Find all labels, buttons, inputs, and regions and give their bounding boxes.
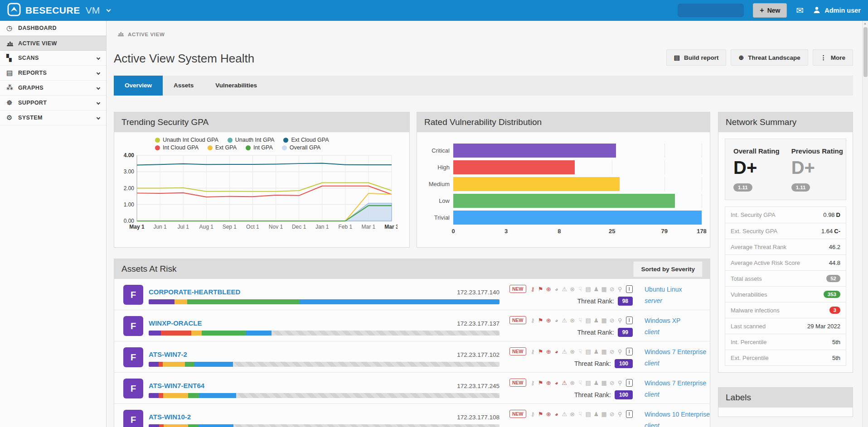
build-report-button[interactable]: ▤Build report <box>666 49 727 66</box>
asset-type-link[interactable]: client <box>645 391 706 398</box>
thumbs-down-icon: ☟ <box>577 379 584 386</box>
vuln-bar[interactable] <box>453 211 702 225</box>
bomb-icon: ◕ <box>553 286 560 293</box>
summary-grade: C- <box>834 228 840 235</box>
asset-name-link[interactable]: WINXP-ORACLE <box>149 319 202 327</box>
svg-text:Jun 1: Jun 1 <box>153 224 167 230</box>
severity-segment-green <box>188 393 199 398</box>
vuln-bar[interactable] <box>453 160 575 174</box>
warning-icon: ⚠ <box>562 286 568 293</box>
asset-main: CORPORATE-HEARTBLEED172.23.177.140 <box>149 285 499 304</box>
severity-segment-red <box>159 424 163 427</box>
severity-segment-yellow <box>191 331 201 336</box>
asset-row: FCORPORATE-HEARTBLEED172.23.177.140NEW⚷⚑… <box>114 279 710 310</box>
severity-segment-gray <box>236 393 499 398</box>
scrollbar-thumb[interactable] <box>863 27 868 77</box>
asset-ip: 172.23.177.102 <box>457 351 499 358</box>
asset-os-link[interactable]: Ubuntu Linux <box>645 286 682 293</box>
sidebar-item-dashboard[interactable]: ◷DASHBOARD <box>0 21 106 36</box>
user-icon: ♟ <box>593 379 600 386</box>
new-badge: NEW <box>509 285 526 293</box>
asset-name-link[interactable]: CORPORATE-HEARTBLEED <box>149 288 240 296</box>
vuln-category-label: Medium <box>422 181 450 187</box>
asset-type-link[interactable]: client <box>645 360 706 367</box>
info-box-icon[interactable]: I <box>626 379 633 387</box>
threat-rank-label: Threat Rank: <box>574 391 611 398</box>
bomb-icon: ◕ <box>553 411 560 417</box>
asset-grade-badge: F <box>123 379 143 398</box>
overall-rating-grade: D+ <box>733 158 780 178</box>
pin-icon: ⚲ <box>617 317 623 324</box>
warning-icon: ⚠ <box>562 317 568 324</box>
asset-status-icons: NEW⚷⚑⊕◕⚠⊗☟▤♟▦⊘⚲IThreat Rank:99 <box>509 316 633 336</box>
asset-type-link[interactable]: client <box>645 328 680 336</box>
user-menu[interactable]: Admin user <box>813 6 861 15</box>
gridline <box>702 144 702 158</box>
more-button[interactable]: ⋮More <box>813 49 853 66</box>
pin-icon: ⚲ <box>617 286 623 293</box>
svg-text:4.00: 4.00 <box>124 152 135 158</box>
summary-value: 44.8 <box>829 259 840 266</box>
asset-name-link[interactable]: ATS-WIN7-2 <box>149 350 187 358</box>
asset-status-icons: NEW⚷⚑⊕◕⚠⊗☟▤♟▦⊘⚲IThreat Rank:98 <box>509 285 633 304</box>
asset-os-link[interactable]: Windows 10 Enterprise <box>645 411 710 418</box>
tab-vulnerabilities[interactable]: Vulnerabilities <box>204 76 268 96</box>
new-button[interactable]: + New <box>753 3 787 18</box>
asset-type-link[interactable]: client <box>645 422 710 427</box>
asset-os-link[interactable]: Windows 7 Enterprise <box>645 379 706 387</box>
eye-off-icon: ⊘ <box>609 379 616 386</box>
threat-rank-badge: 100 <box>615 390 633 399</box>
warning-icon: ⚠ <box>562 348 568 355</box>
sidebar-item-system[interactable]: ⚙SYSTEM <box>0 110 106 125</box>
chevron-down-icon <box>97 101 100 105</box>
circle-x-icon: ⊗ <box>569 317 576 324</box>
mail-icon[interactable]: ✉ <box>796 5 804 16</box>
asset-ip: 172.23.177.140 <box>457 289 499 296</box>
target-icon: ⊕ <box>546 379 552 386</box>
sidebar-item-support[interactable]: ☸SUPPORT <box>0 96 106 110</box>
severity-segment-blue <box>300 299 499 304</box>
sidebar-item-active-view[interactable]: ACTIVE VIEW <box>0 36 106 51</box>
tab-assets[interactable]: Assets <box>163 76 204 96</box>
vuln-bar[interactable] <box>453 194 675 208</box>
sidebar-item-reports[interactable]: ▤REPORTS <box>0 66 106 81</box>
info-box-icon[interactable]: I <box>626 410 633 418</box>
info-box-icon[interactable]: I <box>626 285 633 293</box>
summary-label: Total assets <box>731 275 762 282</box>
asset-status-icons: NEW⚷⚑⊕◕⚠⊗☟▤♟▦⊘⚲I <box>509 410 633 427</box>
asset-os-link[interactable]: Windows 7 Enterprise <box>645 348 706 355</box>
assets-at-risk-card: Assets At Risk Sorted by Severity FCORPO… <box>114 259 710 427</box>
key-icon: ⚷ <box>530 411 536 417</box>
legend-label: Unauth Int Cloud GPA <box>163 137 218 143</box>
previous-rating-score: 1.11 <box>791 183 810 192</box>
tab-overview[interactable]: Overview <box>114 76 163 96</box>
legend-label: Int Cloud GPA <box>163 144 199 151</box>
brand[interactable]: BESECURE VM <box>7 3 110 18</box>
sort-by-severity-button[interactable]: Sorted by Severity <box>633 261 703 277</box>
summary-label: Average Threat Rank <box>731 244 786 250</box>
chevron-down-icon[interactable] <box>107 7 111 12</box>
info-box-icon[interactable]: I <box>626 317 633 324</box>
severity-segment-green <box>202 331 246 336</box>
sidebar-item-graphs[interactable]: ⁂GRAPHS <box>0 81 106 96</box>
scroll-up-arrow[interactable]: ▲ <box>863 22 867 25</box>
circle-x-icon: ⊗ <box>569 348 576 355</box>
asset-name-link[interactable]: ATS-WIN10-2 <box>149 413 191 421</box>
brand-logo-icon <box>7 3 21 18</box>
summary-row: Int. Percentile5th <box>725 334 846 350</box>
assets-at-risk-title: Assets At Risk <box>121 264 176 274</box>
svg-text:Nov 1: Nov 1 <box>269 224 283 230</box>
vuln-bar[interactable] <box>453 177 620 191</box>
asset-type-link[interactable]: server <box>645 297 682 304</box>
sidebar-item-scans[interactable]: ▚SCANS <box>0 51 106 66</box>
asset-os-link[interactable]: Windows XP <box>645 317 680 324</box>
summary-value: 29 Mar 2022 <box>807 323 840 330</box>
vertical-scrollbar[interactable]: ▲ <box>862 21 868 427</box>
severity-segment-blue <box>199 393 236 398</box>
info-box-icon[interactable]: I <box>626 348 633 355</box>
asset-name-link[interactable]: ATS-WIN7-ENT64 <box>149 382 204 389</box>
vuln-bar[interactable] <box>453 144 616 158</box>
network-summary-card: Network Summary Overall Rating D+ 1.11 P… <box>718 112 853 373</box>
vuln-bar-row: Critical <box>422 142 702 159</box>
threat-landscape-button[interactable]: ⊕Threat Landscape <box>731 49 808 66</box>
